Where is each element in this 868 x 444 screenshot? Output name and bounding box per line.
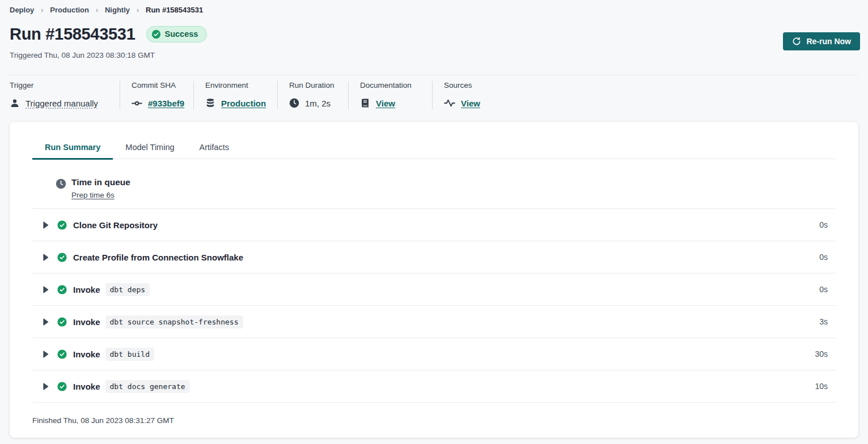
run-detail-card: Run Summary Model Timing Artifacts Time … (10, 122, 858, 438)
rerun-now-button[interactable]: Re-run Now (783, 32, 860, 50)
finished-timestamp: Finished Thu, 08 Jun 2023 08:31:27 GMT (32, 403, 836, 438)
breadcrumb-item[interactable]: Deploy (10, 6, 34, 14)
tab-run-summary[interactable]: Run Summary (32, 138, 113, 160)
prep-time-link[interactable]: Prep time 6s (71, 191, 115, 199)
expand-caret-icon[interactable] (41, 349, 50, 359)
tab-model-timing[interactable]: Model Timing (113, 138, 187, 160)
breadcrumb-item: Run #158543531 (146, 6, 203, 14)
step-row: Invoke dbt build 30s (32, 338, 836, 370)
tab-bar: Run Summary Model Timing Artifacts (32, 122, 836, 159)
step-duration: 10s (815, 382, 828, 391)
expand-caret-icon[interactable] (41, 382, 50, 391)
tab-artifacts[interactable]: Artifacts (187, 138, 242, 160)
meta-column: Documentation View (348, 81, 432, 109)
pulse-icon (444, 99, 455, 108)
meta-column: Run Duration 1m, 2s (277, 81, 348, 109)
refresh-icon (792, 37, 801, 46)
step-success-icon (57, 317, 67, 327)
step-success-icon (57, 220, 67, 230)
breadcrumb-item[interactable]: Production (50, 6, 89, 14)
step-row: Invoke dbt deps 0s (32, 273, 836, 305)
meta-value[interactable]: Production (221, 99, 266, 108)
meta-column: Commit SHA #933bef9 (120, 81, 193, 109)
clock-icon (289, 98, 299, 108)
success-check-icon (151, 29, 161, 39)
queue-title: Time in queue (71, 177, 130, 187)
meta-label: Sources (444, 81, 517, 89)
breadcrumb-separator-icon: › (41, 6, 43, 14)
step-row: Create Profile from Connection Snowflake… (32, 241, 836, 273)
step-success-icon (57, 285, 67, 294)
step-command: dbt build (105, 348, 154, 361)
commit-icon (132, 98, 142, 109)
meta-value: 1m, 2s (305, 99, 331, 108)
step-success-icon (57, 349, 67, 359)
meta-value[interactable]: View (376, 99, 395, 108)
step-row: Invoke dbt docs generate 10s (32, 370, 836, 402)
step-command: dbt deps (105, 283, 150, 296)
person-icon (10, 98, 20, 108)
database-icon (205, 98, 215, 108)
breadcrumb-separator-icon: › (96, 6, 98, 14)
step-row: Invoke dbt source snapshot-freshness 3s (32, 305, 836, 338)
queue-text: Time in queue Prep time 6s (71, 177, 130, 200)
rerun-now-label: Re-run Now (806, 37, 851, 46)
expand-caret-icon[interactable] (41, 220, 50, 230)
step-duration: 30s (815, 349, 828, 358)
step-list: Clone Git Repository 0s Create Profile f… (32, 208, 836, 403)
step-success-icon (57, 382, 67, 391)
queue-clock-icon (56, 178, 66, 189)
step-command: dbt docs generate (105, 380, 190, 393)
breadcrumb-separator-icon: › (137, 6, 139, 14)
status-badge-label: Success (165, 29, 198, 39)
meta-label: Environment (205, 81, 277, 89)
page-header: Deploy›Production›Nightly›Run #158543531… (0, 0, 868, 109)
step-duration: 3s (819, 317, 828, 326)
step-duration: 0s (819, 285, 828, 294)
title-row: Run #158543531 Success (10, 24, 858, 44)
expand-caret-icon[interactable] (41, 285, 50, 294)
meta-label: Run Duration (289, 81, 348, 89)
step-success-icon (57, 253, 67, 262)
meta-column: Sources View (432, 81, 517, 109)
meta-value[interactable]: View (461, 99, 480, 108)
step-duration: 0s (819, 253, 828, 262)
book-icon (360, 98, 370, 108)
meta-column: Trigger Triggered manually (10, 81, 120, 109)
status-badge: Success (146, 26, 208, 42)
step-name: Invoke (73, 317, 100, 327)
step-name: Clone Git Repository (73, 220, 158, 230)
step-name: Invoke (73, 382, 100, 391)
step-name: Invoke (73, 285, 100, 294)
expand-caret-icon[interactable] (41, 253, 50, 262)
triggered-timestamp: Triggered Thu, 08 Jun 2023 08:30:18 GMT (10, 51, 858, 59)
meta-value: Triggered manually (26, 99, 98, 108)
page-title: Run #158543531 (10, 25, 136, 44)
meta-column: Environment Production (193, 81, 277, 109)
breadcrumb-item[interactable]: Nightly (105, 6, 130, 14)
run-meta-strip: Trigger Triggered manually Commit SHA #9… (10, 75, 858, 109)
step-command: dbt source snapshot-freshness (105, 315, 243, 328)
meta-label: Commit SHA (132, 81, 193, 89)
meta-label: Trigger (10, 81, 120, 89)
step-name: Invoke (73, 349, 100, 359)
step-name: Create Profile from Connection Snowflake (73, 253, 243, 262)
step-row: Clone Git Repository 0s (32, 208, 836, 241)
meta-label: Documentation (360, 81, 432, 89)
meta-value[interactable]: #933bef9 (148, 99, 184, 108)
expand-caret-icon[interactable] (41, 317, 50, 327)
breadcrumb: Deploy›Production›Nightly›Run #158543531 (10, 6, 858, 14)
step-duration: 0s (819, 220, 828, 229)
time-in-queue-section: Time in queue Prep time 6s (32, 159, 836, 208)
